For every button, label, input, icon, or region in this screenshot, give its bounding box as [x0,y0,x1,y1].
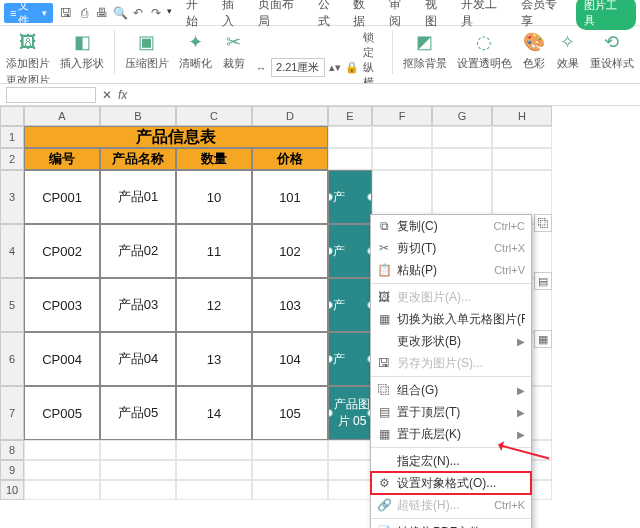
cell-id[interactable]: CP004 [24,332,100,386]
cell-name[interactable]: 产品04 [100,332,176,386]
tab-data[interactable]: 数据 [353,0,377,30]
col-header-F[interactable]: F [372,106,432,126]
cell[interactable] [252,440,328,460]
cell-price[interactable]: 104 [252,332,328,386]
cell-id[interactable]: CP005 [24,386,100,440]
cell[interactable] [176,480,252,500]
cell[interactable] [252,460,328,480]
cell[interactable] [328,148,372,170]
cell[interactable] [328,440,372,460]
tab-member[interactable]: 会员专享 [521,0,569,30]
side-button[interactable]: ▦ [534,330,552,348]
picture-in-cell[interactable]: 产 [328,224,372,278]
tab-insert[interactable]: 插入 [222,0,246,30]
stepper-icon[interactable]: ▴▾ [329,61,341,75]
cancel-icon[interactable]: ✕ [102,88,112,102]
col-header-D[interactable]: D [252,106,328,126]
undo-icon[interactable]: ↶ [131,6,145,20]
cell-name[interactable]: 产品01 [100,170,176,224]
color-button[interactable]: 🎨 色彩 [522,30,546,71]
row-header[interactable]: 3 [0,170,24,224]
menu-item[interactable]: ⧉复制(C)Ctrl+C [371,215,531,237]
add-pic-button[interactable]: 🖼 添加图片 更改图片 [6,30,50,84]
menu-item[interactable]: 📋粘贴(P)Ctrl+V [371,259,531,281]
menu-item[interactable]: 📄转换为PDF文件 [371,521,531,528]
qat-more-chevron-down-icon[interactable]: ▾ [167,6,172,20]
cell[interactable] [24,440,100,460]
cell[interactable] [328,460,372,480]
effect-button[interactable]: ✧ 效果 [556,30,580,71]
col-header-A[interactable]: A [24,106,100,126]
tab-start[interactable]: 开始 [186,0,210,30]
cell-name[interactable]: 产品03 [100,278,176,332]
cell[interactable] [328,480,372,500]
cell[interactable] [372,126,432,148]
cell[interactable] [24,480,100,500]
tab-devtools[interactable]: 开发工具 [461,0,509,30]
cell-price[interactable]: 105 [252,386,328,440]
cell-qty[interactable]: 11 [176,224,252,278]
picture-tools-tab[interactable]: 图片工具 [576,0,636,30]
cell[interactable] [492,126,552,148]
picture-in-cell[interactable]: 产 [328,332,372,386]
reset-style-button[interactable]: ⟲ 重设样式 [590,30,634,71]
cut-button[interactable]: ✂ 裁剪 [222,30,246,71]
picture-in-cell[interactable]: 产 [328,278,372,332]
menu-item[interactable]: ▤置于顶层(T)▶ [371,401,531,423]
cell[interactable] [100,460,176,480]
cell[interactable] [372,148,432,170]
lock-ratio-label[interactable]: 锁定纵横比 [363,30,382,84]
file-menu-button[interactable]: ≡ 文件 ▾ [4,3,53,23]
cell[interactable] [24,460,100,480]
cell[interactable] [100,480,176,500]
tab-review[interactable]: 审阅 [389,0,413,30]
save-icon[interactable]: 🖫 [59,6,73,20]
cell[interactable] [252,480,328,500]
cell-price[interactable]: 101 [252,170,328,224]
header-name[interactable]: 产品名称 [100,148,176,170]
header-qty[interactable]: 数量 [176,148,252,170]
row-header[interactable]: 5 [0,278,24,332]
menu-item[interactable]: ▦切换为嵌入单元格图片(R) [371,308,531,330]
search-icon[interactable]: 🔍 [113,6,127,20]
cell-qty[interactable]: 12 [176,278,252,332]
cell[interactable] [492,148,552,170]
cell-qty[interactable]: 14 [176,386,252,440]
lock-icon[interactable]: 🔒 [345,61,359,75]
change-pic-label[interactable]: 更改图片 [6,73,50,84]
cell[interactable] [100,440,176,460]
cell[interactable] [328,126,372,148]
row-header[interactable]: 6 [0,332,24,386]
fx-icon[interactable]: fx [118,88,127,102]
cell-id[interactable]: CP003 [24,278,100,332]
cell[interactable] [432,148,492,170]
row-header[interactable]: 7 [0,386,24,440]
row-header[interactable]: 2 [0,148,24,170]
cell-id[interactable]: CP001 [24,170,100,224]
cell-price[interactable]: 103 [252,278,328,332]
row-header[interactable]: 8 [0,440,24,460]
row-header[interactable]: 4 [0,224,24,278]
col-header-G[interactable]: G [432,106,492,126]
tab-formula[interactable]: 公式 [318,0,342,30]
col-header-E[interactable]: E [328,106,372,126]
print-icon[interactable]: 🖶 [95,6,109,20]
menu-item[interactable]: ⚙设置对象格式(O)... [371,472,531,494]
picture-in-cell[interactable]: 产品图片 05 [328,386,372,440]
cell-qty[interactable]: 10 [176,170,252,224]
cell-name[interactable]: 产品05 [100,386,176,440]
cell[interactable] [176,440,252,460]
menu-item[interactable]: ⿻组合(G)▶ [371,379,531,401]
menu-item[interactable]: 更改形状(B)▶ [371,330,531,352]
tab-view[interactable]: 视图 [425,0,449,30]
side-button[interactable]: ▤ [534,272,552,290]
col-header-H[interactable]: H [492,106,552,126]
menu-item[interactable]: 指定宏(N)... [371,450,531,472]
sharpen-button[interactable]: ✦ 清晰化 [179,30,212,71]
width-input[interactable]: 2.21厘米 [271,58,325,77]
row-header[interactable]: 9 [0,460,24,480]
insert-shape-button[interactable]: ◧ 插入形状 [60,30,104,71]
redo-icon[interactable]: ↷ [149,6,163,20]
cell[interactable] [432,126,492,148]
cell-qty[interactable]: 13 [176,332,252,386]
